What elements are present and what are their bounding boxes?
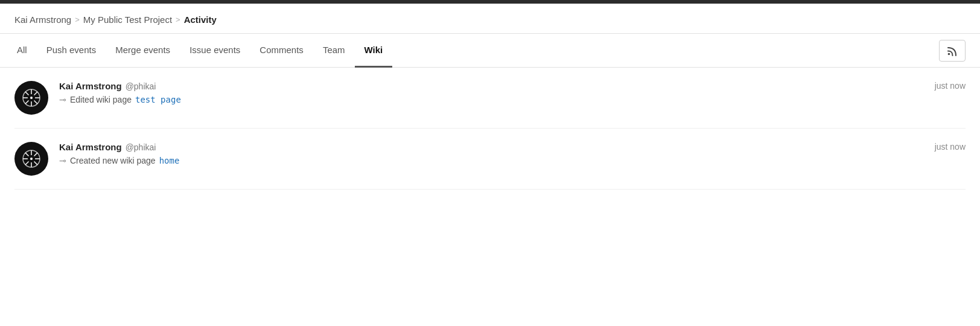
svg-point-3 xyxy=(30,97,33,99)
activity-body: ⊸ Created new wiki page home xyxy=(59,156,935,165)
activity-row: Kai Armstrong @phikai ⊸ Edited wiki page… xyxy=(59,81,966,104)
activity-item: Kai Armstrong @phikai ⊸ Edited wiki page… xyxy=(14,68,966,129)
user-name: Kai Armstrong xyxy=(59,142,122,152)
tab-push-events[interactable]: Push events xyxy=(37,34,106,68)
breadcrumb-sep1: > xyxy=(75,15,80,24)
svg-point-0 xyxy=(948,53,950,55)
activity-time: just now xyxy=(935,81,966,91)
rss-button[interactable] xyxy=(939,40,966,62)
action-text: Created new wiki page xyxy=(70,156,156,165)
breadcrumb: Kai Armstrong > My Public Test Project >… xyxy=(0,4,980,34)
activity-item: Kai Armstrong @phikai ⊸ Created new wiki… xyxy=(14,129,966,190)
tab-team[interactable]: Team xyxy=(313,34,355,68)
wiki-icon: ⊸ xyxy=(59,156,66,165)
svg-point-14 xyxy=(30,158,33,160)
avatar xyxy=(14,81,48,115)
rss-icon xyxy=(947,45,958,56)
activity-time: just now xyxy=(935,142,966,152)
tab-wiki[interactable]: Wiki xyxy=(355,34,393,68)
breadcrumb-root[interactable]: Kai Armstrong xyxy=(14,14,71,25)
breadcrumb-current: Activity xyxy=(184,14,217,25)
activity-header: Kai Armstrong @phikai xyxy=(59,142,935,152)
tab-comments[interactable]: Comments xyxy=(250,34,313,68)
wiki-page-link[interactable]: test page xyxy=(135,95,181,104)
activity-content: Kai Armstrong @phikai ⊸ Edited wiki page… xyxy=(59,81,935,104)
user-handle: @phikai xyxy=(126,142,156,152)
tab-merge-events[interactable]: Merge events xyxy=(106,34,180,68)
wiki-icon: ⊸ xyxy=(59,95,66,104)
activity-header: Kai Armstrong @phikai xyxy=(59,81,935,91)
activity-list: Kai Armstrong @phikai ⊸ Edited wiki page… xyxy=(0,68,980,190)
user-handle: @phikai xyxy=(126,82,156,91)
breadcrumb-sep2: > xyxy=(176,15,180,24)
wiki-page-link[interactable]: home xyxy=(159,156,180,165)
tabs: All Push events Merge events Issue event… xyxy=(14,34,939,67)
avatar xyxy=(14,142,48,176)
activity-content: Kai Armstrong @phikai ⊸ Created new wiki… xyxy=(59,142,935,165)
tab-issue-events[interactable]: Issue events xyxy=(180,34,250,68)
user-name: Kai Armstrong xyxy=(59,81,122,91)
tab-all[interactable]: All xyxy=(14,34,37,68)
tabs-row: All Push events Merge events Issue event… xyxy=(0,34,980,68)
activity-body: ⊸ Edited wiki page test page xyxy=(59,95,935,104)
activity-row: Kai Armstrong @phikai ⊸ Created new wiki… xyxy=(59,142,966,165)
action-text: Edited wiki page xyxy=(70,95,132,104)
breadcrumb-project[interactable]: My Public Test Project xyxy=(83,14,172,25)
